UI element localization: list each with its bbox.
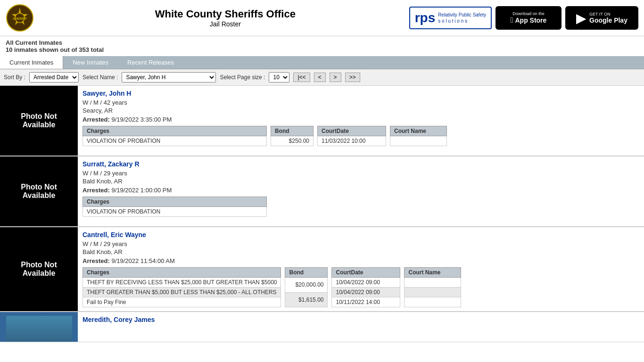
apple-icon:  xyxy=(511,16,513,25)
tab-current-inmates[interactable]: Current Inmates xyxy=(0,56,63,69)
court-name-cell xyxy=(390,136,447,146)
tab-bar: Current Inmates New Inmates Recent Relea… xyxy=(0,56,644,69)
charge-cell: VIOLATION OF PROBATION xyxy=(83,136,267,146)
inmate-info: Sawyer, John HW / M / 42 yearsSearcy, AR… xyxy=(78,86,644,156)
tab-recent-releases[interactable]: Recent Releases xyxy=(118,56,183,69)
inmate-name[interactable]: Meredith, Corey James xyxy=(83,316,639,323)
court-name-table: Court Name xyxy=(390,126,447,146)
header-right: rps Relativity Public Safetys o l u t i … xyxy=(409,6,638,30)
app-store-top: Download on the xyxy=(512,11,545,16)
inmate-info: Meredith, Corey James xyxy=(78,312,644,342)
inmate-name[interactable]: Cantrell, Eric Wayne xyxy=(83,231,639,239)
charges-table: ChargesTHEFT BY RECEIVING LESS THAN $25,… xyxy=(83,267,281,307)
charges-section: ChargesVIOLATION OF PROBATION xyxy=(83,197,639,217)
inmate-photo: Photo Not Available xyxy=(0,156,78,226)
bond-cell: $1,615.00 xyxy=(285,292,328,307)
inmate-location: Bald Knob, AR xyxy=(83,178,639,185)
google-play-icon: ▶ xyxy=(576,10,586,26)
inmate-photo: Photo Not Available xyxy=(0,227,78,311)
nav-first-button[interactable]: |<< xyxy=(293,73,310,82)
roster-subtitle: Jail Roster xyxy=(41,20,409,28)
sort-by-label: Sort By : xyxy=(4,74,25,81)
svg-text:SHERIFF: SHERIFF xyxy=(13,17,27,20)
header-title: White County Sheriffs Office Jail Roster xyxy=(41,8,409,28)
court-date-cell: 10/04/2022 09:00 xyxy=(332,278,400,288)
inmates-count: 10 inmates shown out of 353 total xyxy=(6,46,638,53)
inmate-list: Photo Not AvailableSawyer, John HW / M /… xyxy=(0,86,644,342)
inmate-row: Photo Not AvailableSawyer, John HW / M /… xyxy=(0,86,644,156)
charge-cell: THEFT BY RECEIVING LESS THAN $25,000 BUT… xyxy=(83,278,281,288)
court-name-cell xyxy=(405,278,461,288)
inmate-arrested: Arrested: 9/19/2022 1:00:00 PM xyxy=(83,187,639,194)
page-size-label: Select Page size : xyxy=(220,74,265,81)
inmate-info: Cantrell, Eric WayneW / M / 29 yearsBald… xyxy=(78,227,644,311)
court-date-cell: 10/11/2022 14:00 xyxy=(332,297,400,307)
court-date-cell: 11/03/2022 10:00 xyxy=(318,136,386,146)
inmate-info: Surratt, Zackary RW / M / 29 yearsBald K… xyxy=(78,156,644,226)
rps-brand: rps xyxy=(415,10,436,25)
charge-cell: Fail to Pay Fine xyxy=(83,297,281,307)
rps-tagline: Relativity Public Safetys o l u t i o n … xyxy=(438,12,486,24)
court-date-cell: 10/04/2022 09:00 xyxy=(332,288,400,297)
bond-cell: $20,000.00 xyxy=(285,278,328,293)
google-play-text: GET IT ON Google Play xyxy=(589,12,627,24)
charge-cell: VIOLATION OF PROBATION xyxy=(83,207,267,217)
inmates-title: All Current Inmates xyxy=(6,39,638,46)
court-name-table: Court Name xyxy=(404,267,461,307)
charge-cell: THEFT GREATER THAN $5,000 BUT LESS THAN … xyxy=(83,288,281,297)
agency-name: White County Sheriffs Office xyxy=(41,8,409,20)
court-date-table: CourtDate11/03/2022 10:00 xyxy=(317,126,386,146)
inmate-demographics: W / M / 42 years xyxy=(83,99,639,106)
select-name-select[interactable]: Sawyer, John H xyxy=(122,72,216,82)
google-play-top: GET IT ON xyxy=(589,12,627,16)
select-name-label: Select Name : xyxy=(83,74,118,81)
app-store-main:  App Store xyxy=(511,16,547,25)
google-play-badge[interactable]: ▶ GET IT ON Google Play xyxy=(565,6,638,30)
inmate-arrested: Arrested: 9/19/2022 11:54:00 AM xyxy=(83,257,639,264)
charges-table: ChargesVIOLATION OF PROBATION xyxy=(83,126,267,146)
charges-table: ChargesVIOLATION OF PROBATION xyxy=(83,197,267,217)
bond-table: Bond$250.00 xyxy=(271,126,314,146)
inmate-demographics: W / M / 29 years xyxy=(83,240,639,247)
sub-header: All Current Inmates 10 inmates shown out… xyxy=(0,36,644,56)
tab-new-inmates[interactable]: New Inmates xyxy=(63,56,118,69)
inmate-location: Searcy, AR xyxy=(83,107,639,114)
inmate-row: Meredith, Corey James xyxy=(0,312,644,342)
sort-by-select[interactable]: Arrested Date Name xyxy=(29,72,79,82)
page-header: SHERIFF White County Sheriffs Office Jai… xyxy=(0,0,644,36)
nav-prev-button[interactable]: < xyxy=(314,73,326,82)
bond-cell: $250.00 xyxy=(271,136,314,146)
nav-last-button[interactable]: >> xyxy=(345,73,360,82)
inmate-arrested: Arrested: 9/19/2022 3:35:00 PM xyxy=(83,116,639,123)
bond-table: Bond$20,000.00$1,615.00 xyxy=(285,267,328,307)
inmate-photo: Photo Not Available xyxy=(0,86,78,156)
charges-section: ChargesTHEFT BY RECEIVING LESS THAN $25,… xyxy=(83,267,639,307)
inmate-name[interactable]: Sawyer, John H xyxy=(83,90,639,97)
inmate-row: Photo Not AvailableCantrell, Eric WayneW… xyxy=(0,227,644,312)
rps-logo: rps Relativity Public Safetys o l u t i … xyxy=(409,7,492,29)
inmate-name[interactable]: Surratt, Zackary R xyxy=(83,160,639,168)
controls-bar: Sort By : Arrested Date Name Select Name… xyxy=(0,69,644,86)
page-size-select[interactable]: 10 25 50 xyxy=(269,72,289,82)
court-name-cell xyxy=(405,288,461,297)
inmate-demographics: W / M / 29 years xyxy=(83,170,639,177)
google-play-main: Google Play xyxy=(589,16,627,24)
court-name-cell xyxy=(405,297,461,307)
inmate-row: Photo Not AvailableSurratt, Zackary RW /… xyxy=(0,156,644,227)
app-store-badge[interactable]: Download on the  App Store xyxy=(495,6,561,30)
nav-next-button[interactable]: > xyxy=(330,73,341,82)
charges-section: ChargesVIOLATION OF PROBATIONBond$250.00… xyxy=(83,126,639,146)
sheriff-logo: SHERIFF xyxy=(6,4,34,32)
inmate-location: Bald Knob, AR xyxy=(83,248,639,255)
inmate-photo xyxy=(0,312,78,342)
court-date-table: CourtDate10/04/2022 09:0010/04/2022 09:0… xyxy=(331,267,400,307)
